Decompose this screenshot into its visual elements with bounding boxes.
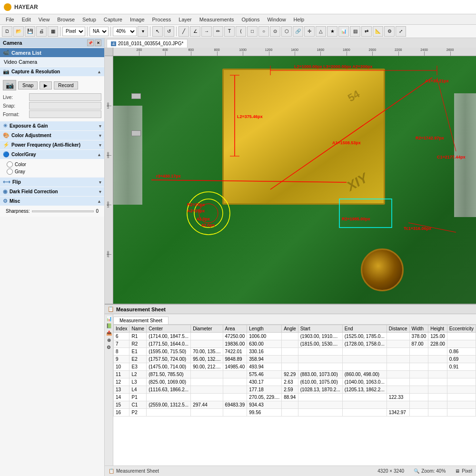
ruler-label: 2400 — [420, 48, 428, 51]
tb-cursor[interactable]: ↖ — [152, 26, 163, 37]
menu-browse[interactable]: Browse — [53, 16, 79, 23]
tb-triangle[interactable]: △ — [316, 26, 326, 37]
tb-grid[interactable]: ▦ — [48, 26, 58, 37]
menu-view[interactable]: View — [35, 16, 54, 23]
record-button[interactable]: Record — [54, 81, 78, 89]
icon-settings2[interactable]: ⚙ — [107, 345, 111, 350]
tb-star[interactable]: ★ — [327, 26, 337, 37]
table-row[interactable]: 12L3(825.00, 1069.00)430.172.63(610.00, … — [114, 378, 476, 386]
measurement-table[interactable]: Index Name Center Diameter Area Length A… — [113, 325, 476, 466]
tb-ellipse[interactable]: ⊙ — [270, 26, 280, 37]
color-radio[interactable] — [7, 161, 13, 168]
tb-freehand[interactable]: ✏ — [213, 26, 223, 37]
tb-zoom-menu[interactable]: ▾ — [138, 26, 148, 37]
menu-setup[interactable]: Setup — [79, 16, 100, 23]
tb-new[interactable]: 🗋 — [2, 26, 12, 37]
exposure-gain-header[interactable]: ☀ Exposure & Gain ▾ — [0, 121, 104, 130]
tb-save[interactable]: 💾 — [25, 26, 35, 37]
color-adjustment-header[interactable]: 🎨 Color Adjustment ▾ — [0, 131, 104, 140]
menu-layer[interactable]: Layer — [175, 16, 196, 23]
tb-rect[interactable]: □ — [247, 26, 258, 37]
play-button[interactable]: ▶ — [40, 81, 52, 89]
tb-link[interactable]: 🔗 — [293, 26, 303, 37]
menu-options[interactable]: Options — [238, 16, 264, 23]
tb-angle[interactable]: ∠ — [190, 26, 200, 37]
menu-edit[interactable]: Edit — [18, 16, 35, 23]
ruler-vlabel: 1600 — [107, 152, 109, 159]
tb-measure-angle[interactable]: ⟨ — [236, 26, 246, 37]
table-row[interactable]: 13L4(1116.63, 1866.2...177.182.59(1028.1… — [114, 386, 476, 394]
table-cell: (871.50, 785.50) — [147, 371, 191, 378]
table-row[interactable]: 10E3(1475.00, 714.00)90.00, 212....14985… — [114, 363, 476, 371]
tb-arrows[interactable]: ⇄ — [361, 26, 372, 37]
dark-field-header[interactable]: ◉ Dark Field Correction ▾ — [0, 187, 104, 196]
table-cell: (1116.63, 1866.2... — [147, 386, 191, 394]
panel-close[interactable]: ✕ — [95, 40, 101, 46]
tb-grid2[interactable]: ▤ — [350, 26, 360, 37]
menu-window[interactable]: Window — [263, 16, 289, 23]
tb-chart[interactable]: 📊 — [338, 26, 349, 37]
camera-list-header[interactable]: 📹 Camera List — [0, 48, 104, 57]
menu-help[interactable]: Help — [290, 16, 308, 23]
tb-rotate[interactable]: ↺ — [164, 26, 174, 37]
icon-excel[interactable]: 📗 — [106, 323, 112, 328]
capture-resolution-header[interactable]: 📷 Capture & Resolution ▲ — [0, 67, 104, 76]
col-width: Width — [409, 325, 428, 333]
tb-text[interactable]: T — [224, 26, 235, 37]
table-cell — [223, 409, 247, 416]
table-row[interactable]: 6R1(1714.00, 1847.5...47250.001006.00(19… — [114, 333, 476, 340]
table-cell — [387, 386, 409, 394]
zoom-select[interactable]: 40% 25% 50% 100% — [113, 27, 137, 36]
tb-expand[interactable]: ⤢ — [396, 26, 406, 37]
table-cell — [409, 378, 428, 386]
table-row[interactable]: 11L2(871.50, 785.50)575.4692.29(883.00, … — [114, 371, 476, 378]
snap-button[interactable]: Snap — [18, 81, 38, 89]
video-camera-item[interactable]: Video Camera — [0, 57, 104, 67]
tb-measure[interactable]: 📐 — [373, 26, 383, 37]
icon-camera2[interactable]: ⊕ — [107, 337, 111, 343]
capture-icon: 📷 — [3, 69, 10, 75]
menu-measurements[interactable]: Measurements — [196, 16, 238, 23]
tb-settings[interactable]: ⚙ — [384, 26, 395, 37]
image-tab[interactable]: 4 2018_0101_003554_010.JPG* — [107, 39, 188, 48]
pcb-image-canvas[interactable]: XIY 54 — [113, 56, 476, 304]
table-row[interactable]: 9E2(1757.50, 724.00)95.00, 132....9848.8… — [114, 356, 476, 363]
table-row[interactable]: 16P299.561342.97 — [114, 409, 476, 416]
table-cell: 9848.89 — [223, 356, 247, 363]
sheet-tab-measurement[interactable]: Measurement Sheet — [113, 317, 169, 324]
status-zoom: 🔍 Zoom: 40% — [414, 468, 446, 474]
tb-open[interactable]: 📂 — [13, 26, 24, 37]
table-cell — [387, 348, 409, 356]
menu-file[interactable]: File — [2, 16, 18, 23]
table-cell — [282, 340, 298, 348]
capture-arrow: ▲ — [97, 69, 101, 74]
icon-table[interactable]: 📊 — [106, 316, 112, 321]
power-freq-header[interactable]: ⚡ Power Frequency (Anti-flicker) ▾ — [0, 140, 104, 149]
menu-image[interactable]: Image — [126, 16, 149, 23]
menu-capture[interactable]: Capture — [100, 16, 126, 23]
table-row[interactable]: 15C1(2559.00, 1312.5...297.4469483.39934… — [114, 401, 476, 409]
table-row[interactable]: 14P1270.05, 229....88.94122.33 — [114, 394, 476, 401]
icon-export[interactable]: 📤 — [106, 330, 112, 336]
format-row: Format: — [3, 110, 101, 118]
table-cell: E2 — [129, 356, 147, 363]
table-row[interactable]: 7R2(1771.50, 1644.0...19836.00630.00(181… — [114, 340, 476, 348]
tb-polygon[interactable]: ⬡ — [281, 26, 292, 37]
menu-process[interactable]: Process — [149, 16, 175, 23]
table-cell — [223, 394, 247, 401]
panel-pin[interactable]: 📌 — [87, 40, 94, 46]
tb-arrow[interactable]: → — [201, 26, 212, 37]
flip-header[interactable]: ⟷ Flip ▾ — [0, 178, 104, 187]
tb-cross[interactable]: ✛ — [304, 26, 315, 37]
table-row[interactable]: 8E1(1595.00, 715.50)70.00, 135....7422.0… — [114, 348, 476, 356]
misc-header[interactable]: ⚙ Misc ▲ — [0, 197, 104, 206]
na-select[interactable]: NA — [89, 27, 109, 36]
gray-radio[interactable] — [7, 169, 13, 175]
tb-line[interactable]: ╱ — [178, 26, 189, 37]
tb-print[interactable]: 🖨 — [36, 26, 47, 37]
pixel-select[interactable]: Pixel — [62, 27, 85, 36]
table-cell — [282, 363, 298, 371]
table-cell: R2 — [129, 340, 147, 348]
color-gray-header[interactable]: 🔵 Color/Gray ▲ — [0, 150, 104, 159]
tb-circle[interactable]: ○ — [258, 26, 269, 37]
